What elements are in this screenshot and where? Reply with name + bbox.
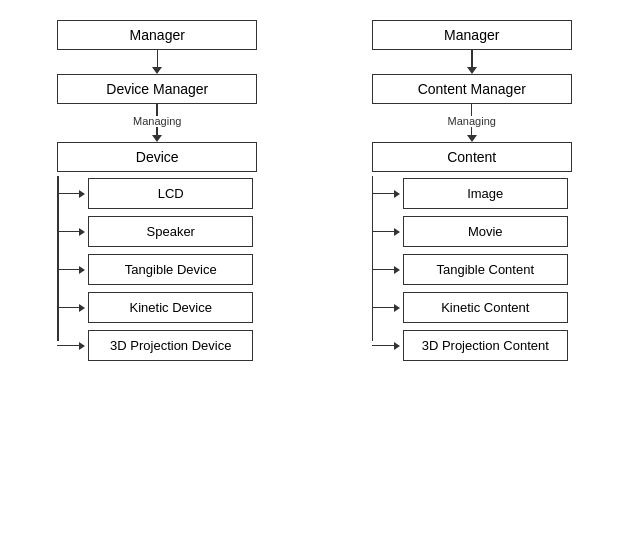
right-manager-top-box: Manager: [372, 20, 572, 50]
left-item-1-label: Speaker: [147, 224, 195, 239]
right-managing-arrow: Managing: [448, 104, 496, 142]
right-item-2: Tangible Content: [362, 254, 582, 285]
right-item-4: 3D Projection Content: [362, 330, 582, 361]
left-item-2-label: Tangible Device: [125, 262, 217, 277]
right-item-3-label: Kinetic Content: [441, 300, 529, 315]
right-item-3-box: Kinetic Content: [403, 292, 568, 323]
left-item-3: Kinetic Device: [47, 292, 267, 323]
left-manager-top-label: Manager: [130, 27, 185, 43]
right-content-box: Content: [372, 142, 572, 172]
left-item-4: 3D Projection Device: [47, 330, 267, 361]
right-managing-label: Managing: [448, 116, 496, 127]
left-item-1: Speaker: [47, 216, 267, 247]
right-item-4-box: 3D Projection Content: [403, 330, 568, 361]
right-item-2-box: Tangible Content: [403, 254, 568, 285]
left-item-2: Tangible Device: [47, 254, 267, 285]
left-item-4-label: 3D Projection Device: [110, 338, 231, 353]
left-device-box: Device: [57, 142, 257, 172]
left-device-manager-label: Device Manager: [106, 81, 208, 97]
right-item-0-label: Image: [467, 186, 503, 201]
right-manager-top-label: Manager: [444, 27, 499, 43]
right-item-1-label: Movie: [468, 224, 503, 239]
left-item-4-box: 3D Projection Device: [88, 330, 253, 361]
left-column: Manager Device Manager Managing Device: [0, 10, 315, 539]
right-item-2-label: Tangible Content: [436, 262, 534, 277]
diagram: Manager Device Manager Managing Device: [0, 0, 629, 549]
left-item-1-box: Speaker: [88, 216, 253, 247]
right-item-3: Kinetic Content: [362, 292, 582, 323]
right-item-4-label: 3D Projection Content: [422, 338, 549, 353]
right-content-manager-box: Content Manager: [372, 74, 572, 104]
right-item-0: Image: [362, 178, 582, 209]
right-content-label: Content: [447, 149, 496, 165]
right-item-0-box: Image: [403, 178, 568, 209]
left-item-0: LCD: [47, 178, 267, 209]
left-managing-label: Managing: [133, 116, 181, 127]
right-column: Manager Content Manager Managing Content: [315, 10, 630, 539]
left-device-label: Device: [136, 149, 179, 165]
left-device-manager-box: Device Manager: [57, 74, 257, 104]
left-manager-top-box: Manager: [57, 20, 257, 50]
right-item-1-box: Movie: [403, 216, 568, 247]
left-item-3-label: Kinetic Device: [130, 300, 212, 315]
left-item-2-box: Tangible Device: [88, 254, 253, 285]
right-content-manager-label: Content Manager: [418, 81, 526, 97]
left-item-0-box: LCD: [88, 178, 253, 209]
right-item-1: Movie: [362, 216, 582, 247]
left-item-3-box: Kinetic Device: [88, 292, 253, 323]
left-managing-arrow: Managing: [133, 104, 181, 142]
left-item-0-label: LCD: [158, 186, 184, 201]
